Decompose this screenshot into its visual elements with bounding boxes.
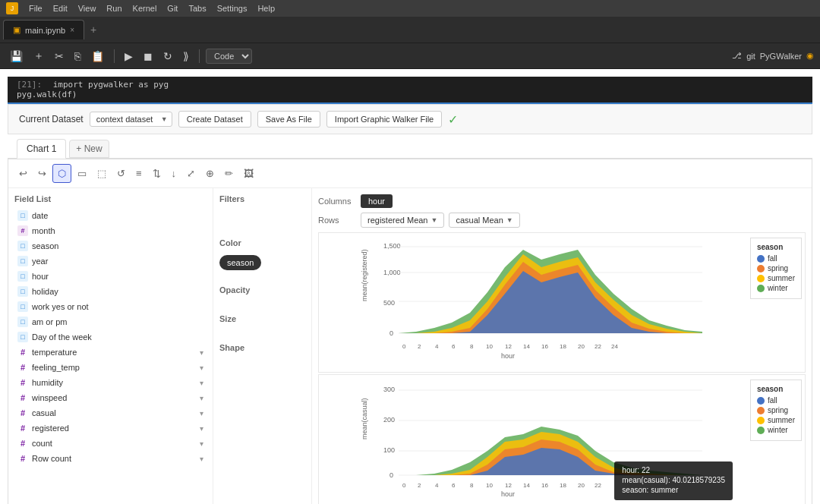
add-cell-button[interactable]: ＋ <box>30 47 48 65</box>
run-button[interactable]: ▶ <box>121 48 137 65</box>
toolbar-separator <box>114 49 115 63</box>
field-count[interactable]: # count ▾ <box>14 436 207 451</box>
rows-config: Rows registered Mean ▼ casual Mean ▼ <box>318 213 806 228</box>
cut-button[interactable]: ✂ <box>51 48 68 65</box>
dataset-select[interactable]: context dataset <box>90 112 172 127</box>
dataset-label: Current Dataset <box>19 114 84 124</box>
menu-tabs[interactable]: Tabs <box>184 2 210 14</box>
save-as-file-button[interactable]: Save As File <box>257 111 320 128</box>
field-temperature[interactable]: # temperature ▾ <box>14 345 207 360</box>
undo-button[interactable]: ↩ <box>14 165 32 182</box>
top-chart: 1,500 1,000 500 0 mean(registered) 0 2 4… <box>318 232 806 373</box>
field-date[interactable]: □ date <box>14 208 207 223</box>
legend-b-fall-dot <box>757 397 765 405</box>
create-dataset-button[interactable]: Create Dataset <box>178 111 251 128</box>
restart-run-button[interactable]: ⟫ <box>179 48 193 65</box>
viz-body: Field List □ date # month □ season <box>8 188 812 504</box>
tooltip-season-value: summer <box>651 486 678 494</box>
cell-type-select[interactable]: Code <box>206 49 252 64</box>
svg-text:6: 6 <box>452 343 456 350</box>
chart-type-area-button[interactable]: ⬡ <box>52 164 71 183</box>
menu-edit[interactable]: Edit <box>49 2 72 14</box>
rows-label: Rows <box>318 216 356 225</box>
field-humidity[interactable]: # humidity ▾ <box>14 375 207 390</box>
svg-text:14: 14 <box>523 343 530 350</box>
menu-git[interactable]: Git <box>162 2 182 14</box>
sort-desc-button[interactable]: ↓ <box>167 165 181 182</box>
field-humidity-label: humidity <box>32 378 63 387</box>
refresh-button[interactable]: ↺ <box>112 165 130 182</box>
add-chart-button[interactable]: + New <box>69 140 109 158</box>
viz-toolbar: ↩ ↪ ⬡ ▭ ⬚ ↺ ≡ ⇅ ↓ ⤢ ⊕ ✏ 🖼 <box>8 159 812 188</box>
dataset-select-wrap[interactable]: context dataset ▼ <box>90 112 172 127</box>
legend-fall: fall <box>757 254 795 263</box>
field-registered[interactable]: # registered ▾ <box>14 421 207 436</box>
menu-settings[interactable]: Settings <box>213 2 252 14</box>
tooltip-casual: mean(casual): 40.0218579235 <box>622 476 725 484</box>
notebook-tab[interactable]: ▣ main.ipynb × <box>3 20 84 39</box>
field-year-icon: □ <box>17 256 28 266</box>
chevron-down-icon-3: ▾ <box>200 379 203 387</box>
size-label: Size <box>219 314 305 323</box>
image-button[interactable]: 🖼 <box>239 165 258 182</box>
field-feelingtemp[interactable]: # feeling_temp ▾ <box>14 360 207 375</box>
chart-tab-1[interactable]: Chart 1 <box>17 139 66 159</box>
chevron-down-icon-row1: ▼ <box>431 216 438 224</box>
redo-button[interactable]: ↪ <box>33 165 51 182</box>
legend-b-summer-label: summer <box>768 416 795 424</box>
field-holiday[interactable]: □ holiday <box>14 284 207 299</box>
sort-button[interactable]: ⇅ <box>148 165 166 182</box>
brush-button[interactable]: ✏ <box>220 165 238 182</box>
chevron-down-icon: ▾ <box>200 348 203 357</box>
dataset-bar: Current Dataset context dataset ▼ Create… <box>8 104 812 134</box>
shape-label: Shape <box>219 343 305 352</box>
legend-b-spring: spring <box>757 406 795 414</box>
field-casual[interactable]: # casual ▾ <box>14 405 207 421</box>
field-work[interactable]: □ work yes or not <box>14 299 207 314</box>
import-graphic-walker-button[interactable]: Import Graphic Walker File <box>326 111 442 128</box>
tab-add-button[interactable]: + <box>84 20 102 39</box>
menu-run[interactable]: Run <box>102 2 126 14</box>
menu-help[interactable]: Help <box>253 2 279 14</box>
copy-button[interactable]: ⎘ <box>71 48 84 65</box>
field-winspeed-icon: # <box>17 392 28 403</box>
stop-button[interactable]: ◼ <box>140 48 156 65</box>
tooltip-hour: hour: 22 <box>622 466 725 474</box>
row2-select[interactable]: casual Mean ▼ <box>449 213 519 228</box>
field-dayofweek[interactable]: □ Day of the week <box>14 329 207 345</box>
color-value-pill[interactable]: season <box>219 255 261 270</box>
menu-file[interactable]: File <box>24 2 47 14</box>
field-rowcount[interactable]: # Row count ▾ <box>14 451 207 466</box>
restart-button[interactable]: ↻ <box>159 48 176 65</box>
filters-title: Filters <box>219 194 305 203</box>
field-hour[interactable]: □ hour <box>14 269 207 284</box>
top-chart-legend: season fall spring summer <box>750 238 802 299</box>
field-hour-icon: □ <box>17 271 28 282</box>
columns-value[interactable]: hour <box>361 194 393 208</box>
chart-type-layers-button[interactable]: ⬚ <box>93 165 111 182</box>
field-winspeed[interactable]: # winspeed ▾ <box>14 390 207 405</box>
filter-button[interactable]: ≡ <box>131 165 147 182</box>
field-month[interactable]: # month <box>14 223 207 238</box>
field-month-icon: # <box>17 225 28 236</box>
field-season[interactable]: □ season <box>14 238 207 254</box>
expand-button[interactable]: ⤢ <box>182 165 200 182</box>
svg-text:20: 20 <box>578 343 585 350</box>
chart-type-bar-button[interactable]: ▭ <box>73 165 91 182</box>
row1-select[interactable]: registered Mean ▼ <box>361 213 444 228</box>
menu-view[interactable]: View <box>74 2 101 14</box>
field-ampm-label: am or pm <box>32 317 67 326</box>
svg-text:12: 12 <box>505 343 512 350</box>
paste-button[interactable]: 📋 <box>87 48 108 65</box>
svg-text:0: 0 <box>390 329 393 337</box>
menu-kernel[interactable]: Kernel <box>128 2 162 14</box>
menu-bar: J File Edit View Run Kernel Git Tabs Set… <box>0 0 820 17</box>
tooltip-hour-label: hour: <box>622 466 639 474</box>
legend-top-title: season <box>757 243 795 251</box>
field-year[interactable]: □ year <box>14 254 207 269</box>
chart-display-area: Columns hour Rows registered Mean ▼ casu… <box>312 188 812 504</box>
zoom-button[interactable]: ⊕ <box>201 165 219 182</box>
save-button[interactable]: 💾 <box>6 48 27 65</box>
tab-close-button[interactable]: × <box>70 26 74 34</box>
field-ampm[interactable]: □ am or pm <box>14 314 207 329</box>
